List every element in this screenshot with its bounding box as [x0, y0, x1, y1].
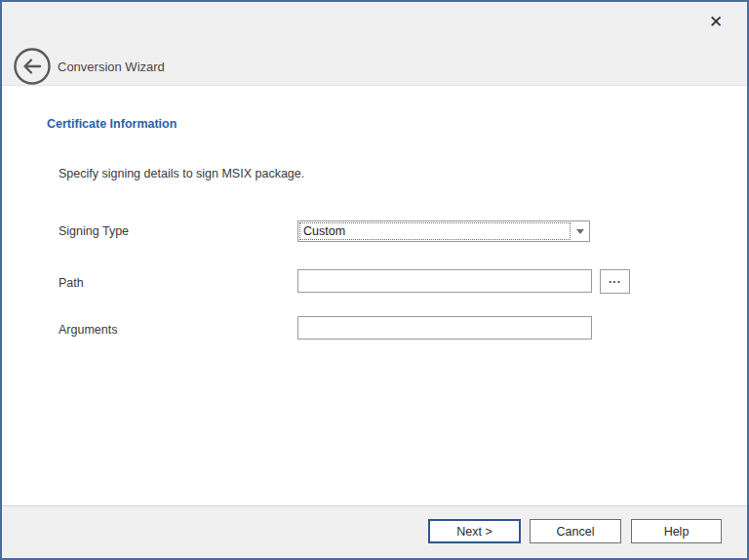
path-input[interactable] — [297, 269, 592, 293]
page-description: Specify signing details to sign MSIX pac… — [59, 167, 304, 180]
close-button[interactable]: ✕ — [702, 8, 729, 35]
wizard-footer: Next > Cancel Help — [2, 505, 747, 558]
chevron-down-icon — [576, 229, 584, 234]
arguments-input[interactable] — [297, 316, 592, 340]
help-button[interactable]: Help — [631, 519, 722, 543]
signing-type-value: Custom — [303, 224, 345, 238]
page-heading: Certificate Information — [47, 117, 177, 131]
back-button[interactable] — [14, 48, 51, 85]
back-arrow-icon — [14, 48, 51, 85]
wizard-header: ✕ Conversion Wizard — [2, 2, 747, 86]
browse-button[interactable]: ... — [600, 269, 630, 294]
signing-type-combobox[interactable]: Custom — [297, 220, 590, 242]
wizard-title: Conversion Wizard — [58, 60, 165, 74]
close-icon: ✕ — [709, 14, 723, 30]
next-button[interactable]: Next > — [428, 519, 521, 543]
conversion-wizard-dialog: ✕ Conversion Wizard Certificate Informat… — [0, 0, 749, 560]
signing-type-label: Signing Type — [59, 224, 129, 238]
ellipsis-icon: ... — [609, 272, 621, 286]
combobox-dropdown-button[interactable] — [571, 221, 589, 241]
cancel-button[interactable]: Cancel — [530, 519, 621, 543]
arguments-label: Arguments — [59, 323, 117, 337]
path-label: Path — [59, 276, 84, 290]
wizard-content: Certificate Information Specify signing … — [2, 87, 747, 505]
